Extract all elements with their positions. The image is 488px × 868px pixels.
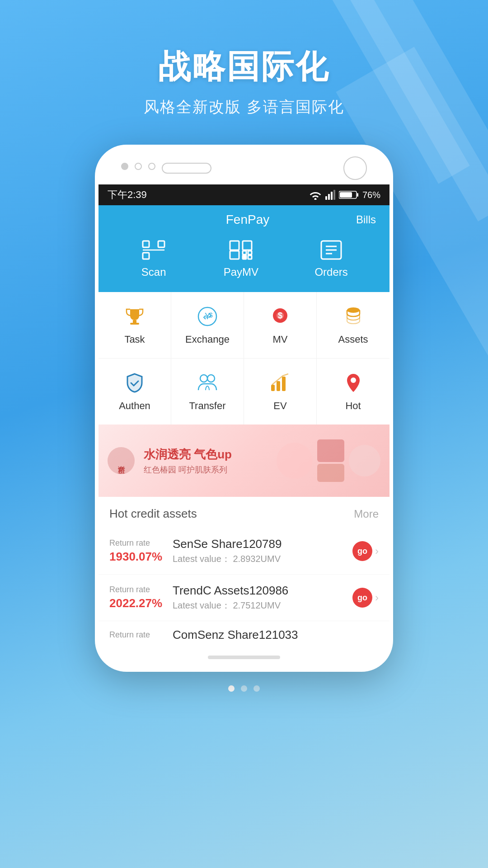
return-label-2: Return rate	[109, 585, 164, 594]
product-2	[317, 464, 344, 482]
brand-logo: 谢芷桥	[108, 447, 135, 474]
return-label-1: Return rate	[109, 538, 164, 548]
grid-item-ev[interactable]: EV	[244, 359, 317, 425]
chevron-right-1: ›	[375, 545, 379, 557]
authen-label: Authen	[119, 400, 150, 412]
grid-item-assets[interactable]: Assets	[317, 292, 389, 359]
svg-rect-14	[243, 251, 246, 255]
svg-rect-7	[143, 241, 149, 247]
exchange-icon: ¥ $	[196, 305, 219, 328]
asset-return-3: Return rate	[109, 630, 164, 640]
svg-rect-1	[328, 194, 330, 200]
grid-item-hot[interactable]: Hot	[317, 359, 389, 425]
banner-products	[277, 439, 380, 482]
status-time: 下午2:39	[108, 188, 147, 202]
asset-info-2: TrendC Assets120986 Latest value： 2.7512…	[173, 584, 343, 612]
svg-point-31	[200, 375, 207, 382]
dot-3	[148, 163, 155, 170]
banner-title: 水润透亮 气色up	[144, 447, 267, 462]
grid-item-authen[interactable]: Authen	[99, 359, 171, 425]
phone-pill	[162, 163, 211, 174]
ev-label: EV	[273, 400, 286, 412]
svg-rect-0	[325, 196, 327, 200]
asset-item-3-partial: Return rate ComSenz Share121033	[99, 621, 389, 648]
page-indicators	[0, 685, 488, 692]
action-orders[interactable]: Orders	[314, 239, 347, 278]
hot-label: Hot	[345, 400, 361, 412]
transfer-label: Transfer	[189, 400, 225, 412]
asset-name-3: ComSenz Share121033	[173, 628, 379, 642]
app-header: FenPay Bills Scan	[99, 205, 389, 292]
svg-rect-11	[230, 241, 239, 250]
home-bar	[208, 656, 280, 659]
status-icons: 76%	[309, 190, 380, 200]
orders-label: Orders	[314, 266, 347, 278]
dot-1	[121, 163, 128, 170]
action-paymv[interactable]: PayMV	[224, 239, 258, 278]
wifi-icon	[309, 190, 322, 200]
grid-item-exchange[interactable]: ¥ $ Exchange	[171, 292, 244, 359]
orders-icon	[318, 239, 345, 261]
svg-rect-2	[331, 192, 333, 200]
svg-rect-5	[340, 192, 352, 198]
phone-mockup: 下午2:39	[95, 145, 393, 672]
main-subtitle: 风格全新改版 多语言国际化	[0, 97, 488, 118]
go-button-1[interactable]: go	[352, 541, 372, 561]
brand-name: 谢芷桥	[117, 460, 126, 462]
grid-menu: Task ¥ $ Exchange	[99, 292, 389, 425]
asset-latest-2: Latest value： 2.7512UMV	[173, 599, 343, 612]
grid-item-transfer[interactable]: Transfer	[171, 359, 244, 425]
task-label: Task	[124, 334, 145, 345]
assets-label: Assets	[338, 334, 368, 345]
section-title: Hot credit assets	[109, 507, 197, 521]
svg-rect-13	[230, 251, 239, 259]
asset-item-1[interactable]: Return rate 1930.07% SenSe Share120789 L…	[99, 528, 389, 575]
svg-point-32	[207, 375, 215, 382]
dot-2	[135, 163, 142, 170]
asset-name-1: SenSe Share120789	[173, 537, 343, 551]
product-circle	[277, 443, 313, 479]
page-dot-3	[253, 685, 260, 692]
grid-item-mv[interactable]: $ MV	[244, 292, 317, 359]
product-sphere	[349, 445, 380, 476]
promo-banner[interactable]: 谢芷桥 水润透亮 气色up 红色椿园 呵护肌肤系列	[99, 425, 389, 497]
main-actions: Scan PayMV	[99, 231, 389, 292]
phone-bottom	[99, 648, 389, 668]
app-header-top: FenPay Bills	[99, 212, 389, 231]
asset-item-2[interactable]: Return rate 2022.27% TrendC Assets120986…	[99, 575, 389, 621]
action-scan[interactable]: Scan	[140, 239, 167, 278]
banner-content: 谢芷桥 水润透亮 气色up 红色椿园 呵护肌肤系列	[99, 439, 389, 482]
svg-rect-9	[143, 253, 149, 259]
svg-rect-34	[277, 381, 280, 391]
phone-dots	[121, 163, 211, 174]
asset-go-1[interactable]: go ›	[352, 541, 379, 561]
assets-icon	[342, 305, 365, 328]
svg-rect-8	[158, 241, 164, 247]
asset-go-2[interactable]: go ›	[352, 588, 379, 608]
asset-info-1: SenSe Share120789 Latest value： 2.8932UM…	[173, 537, 343, 565]
phone-camera	[343, 156, 367, 180]
svg-rect-22	[133, 320, 136, 323]
grid-item-task[interactable]: Task	[99, 292, 171, 359]
phone-top-decor	[99, 148, 389, 184]
svg-text:$: $	[278, 311, 282, 320]
svg-rect-12	[243, 241, 252, 250]
svg-point-36	[351, 377, 356, 383]
svg-rect-6	[357, 193, 358, 197]
more-button[interactable]: More	[354, 508, 379, 520]
svg-rect-17	[243, 255, 246, 259]
go-button-2[interactable]: go	[352, 588, 372, 608]
svg-rect-15	[248, 251, 252, 255]
return-label-3: Return rate	[109, 630, 164, 640]
mv-icon: $	[268, 305, 292, 328]
scan-label: Scan	[141, 266, 166, 278]
bills-button[interactable]: Bills	[356, 213, 376, 226]
transfer-icon	[196, 371, 219, 395]
asset-return-1: Return rate 1930.07%	[109, 538, 164, 564]
product-1	[317, 439, 344, 462]
status-bar: 下午2:39	[99, 184, 389, 205]
location-icon	[342, 371, 365, 395]
banner-text: 水润透亮 气色up 红色椿园 呵护肌肤系列	[144, 447, 267, 475]
svg-point-30	[347, 307, 360, 313]
page-dot-1	[228, 685, 235, 692]
